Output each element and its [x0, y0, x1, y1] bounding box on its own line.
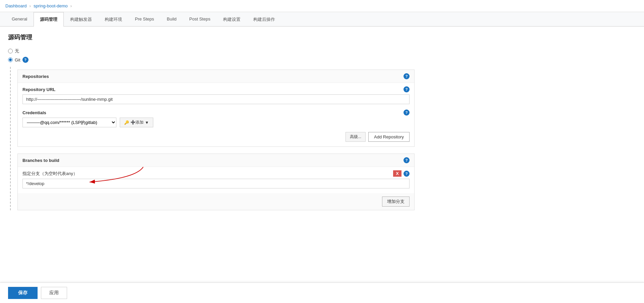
tab-postbuild[interactable]: 构建后操作 — [247, 12, 281, 27]
branch-help-icon[interactable]: ? — [404, 171, 410, 177]
repositories-section: Repositories ? Repository URL ? Credenti… — [17, 70, 415, 147]
add-repository-button[interactable]: Add Repository — [368, 132, 410, 142]
save-button[interactable]: 保存 — [8, 287, 38, 299]
git-help-icon[interactable]: ? — [22, 57, 29, 63]
branches-help-icon[interactable]: ? — [404, 157, 410, 163]
branches-title: Branches to build — [22, 158, 59, 163]
branch-controls: X ? — [393, 170, 410, 177]
credentials-row: ———@qq.com/****** (LSP的gitlab) 🔑 ➕添加 ▼ — [22, 118, 410, 127]
repo-url-input[interactable] — [22, 94, 410, 104]
credentials-select[interactable]: ———@qq.com/****** (LSP的gitlab) — [22, 118, 116, 127]
credentials-field-label: Credentials ? — [22, 110, 410, 116]
branch-field-label: 指定分支（为空时代表any） — [22, 171, 77, 177]
main-content: General 源码管理 构建触发器 构建环境 Pre Steps Build … — [0, 12, 644, 302]
branch-inner: 指定分支（为空时代表any） X ? — [18, 167, 414, 193]
add-branch-button[interactable]: 增加分支 — [382, 197, 410, 207]
add-credentials-label: ➕添加 — [130, 120, 144, 125]
repo-url-field-label: Repository URL ? — [22, 86, 410, 92]
tab-poststeps[interactable]: Post Steps — [183, 12, 217, 27]
branch-label-row: 指定分支（为空时代表any） — [22, 171, 77, 177]
apply-button[interactable]: 应用 — [41, 287, 67, 299]
dropdown-arrow-icon: ▼ — [145, 120, 149, 125]
breadcrumb-sep1: › — [30, 3, 31, 8]
radio-none[interactable] — [8, 49, 13, 53]
advanced-button[interactable]: 高级... — [345, 132, 366, 142]
tab-bar: General 源码管理 构建触发器 构建环境 Pre Steps Build … — [0, 12, 644, 27]
project-link[interactable]: spring-boot-demo — [34, 3, 68, 8]
branches-section: Branches to build ? 指定分支（为空时代表any） X ? — [17, 154, 415, 210]
repositories-help-icon[interactable]: ? — [404, 73, 410, 79]
key-icon: 🔑 — [124, 120, 129, 125]
git-content: Repositories ? Repository URL ? Credenti… — [10, 67, 415, 210]
source-type-group: 无 Git ? — [8, 48, 415, 63]
breadcrumb: Dashboard › spring-boot-demo › — [0, 0, 644, 12]
breadcrumb-sep2: › — [70, 3, 72, 8]
tab-presteps[interactable]: Pre Steps — [128, 12, 160, 27]
branch-input-wrapper — [22, 179, 410, 188]
branch-row-header: 指定分支（为空时代表any） X ? — [22, 170, 410, 177]
branch-input[interactable] — [22, 179, 410, 188]
dashboard-link[interactable]: Dashboard — [5, 3, 27, 8]
delete-branch-button[interactable]: X — [393, 170, 401, 177]
branches-footer: 增加分支 — [18, 193, 414, 210]
tab-trigger[interactable]: 构建触发器 — [64, 12, 98, 27]
repositories-title: Repositories — [22, 74, 49, 79]
radio-git[interactable] — [8, 57, 13, 62]
repo-url-help-icon[interactable]: ? — [404, 86, 410, 92]
tab-source[interactable]: 源码管理 — [34, 12, 64, 27]
tab-build[interactable]: Build — [160, 12, 183, 27]
repositories-header: Repositories ? — [18, 70, 414, 83]
tab-settings[interactable]: 构建设置 — [217, 12, 247, 27]
branches-header: Branches to build ? — [18, 154, 414, 167]
tab-env[interactable]: 构建环境 — [98, 12, 128, 27]
action-bar: 保存 应用 — [0, 283, 644, 302]
page-body: 源码管理 无 Git ? Repositories ? — [0, 27, 423, 217]
radio-git-item: Git ? — [8, 57, 415, 63]
credentials-help-icon[interactable]: ? — [404, 110, 410, 116]
repo-btn-row: 高级... Add Repository — [22, 132, 410, 142]
radio-none-item: 无 — [8, 48, 415, 54]
repo-url-label: Repository URL — [22, 87, 55, 92]
add-credentials-button[interactable]: 🔑 ➕添加 ▼ — [120, 118, 153, 127]
radio-git-label[interactable]: Git — [15, 57, 20, 62]
repo-inner: Repository URL ? Credentials ? ———@qq.co… — [18, 83, 414, 146]
credentials-label: Credentials — [22, 110, 46, 115]
tab-general[interactable]: General — [5, 12, 34, 27]
radio-none-label[interactable]: 无 — [15, 48, 19, 54]
page-title: 源码管理 — [8, 33, 415, 41]
